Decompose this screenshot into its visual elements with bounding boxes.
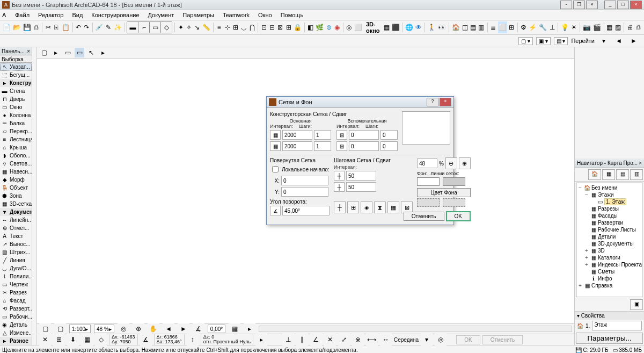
mep2-icon[interactable]: ⚡ bbox=[528, 21, 537, 33]
snap-guide-icon[interactable]: ◎ bbox=[435, 334, 447, 345]
sb-btn-1[interactable]: ▢ bbox=[39, 323, 51, 335]
grid-icon[interactable]: ⊞ bbox=[53, 334, 65, 345]
main-interval-x-input[interactable] bbox=[282, 130, 312, 140]
grid-angle-icon[interactable]: ∡ bbox=[193, 323, 204, 335]
tree-node-[interactable]: ▦Развертки bbox=[577, 219, 641, 226]
snap-ang-icon[interactable]: ∠ bbox=[310, 334, 322, 345]
bim-icon[interactable]: ⊚ bbox=[325, 21, 332, 33]
snap-y-input[interactable] bbox=[346, 182, 376, 192]
copy-icon[interactable]: ⎘ bbox=[53, 21, 60, 33]
3d-icon[interactable]: ⬜ bbox=[354, 21, 363, 33]
scrollbar-h[interactable] bbox=[259, 326, 572, 332]
ie-icon[interactable]: ▥ bbox=[478, 21, 485, 33]
tree-node-[interactable]: ℹИнфо bbox=[577, 275, 641, 282]
snap-mid-drop-icon[interactable]: ▾ bbox=[421, 334, 433, 345]
tool-[interactable]: ↗Вынос... bbox=[0, 240, 32, 248]
adjust-icon[interactable]: ⊞ bbox=[232, 21, 239, 33]
tool-[interactable]: AТекст bbox=[0, 232, 32, 240]
snap-grid-icon[interactable]: ▦ bbox=[81, 334, 93, 345]
plot2-icon[interactable]: 🖨 bbox=[626, 21, 634, 33]
snap-bis-icon[interactable]: ✕ bbox=[324, 334, 336, 345]
dialog-close-button[interactable]: × bbox=[440, 98, 451, 106]
show-sel-icon[interactable]: ◎ bbox=[346, 21, 353, 33]
fillet-icon[interactable]: ◡ bbox=[240, 21, 247, 33]
tool-[interactable]: ◉Деталь bbox=[0, 321, 32, 329]
render-icon[interactable]: ⬜ bbox=[498, 21, 507, 33]
walls-single-icon[interactable]: ▬ bbox=[127, 22, 138, 33]
tool-[interactable]: ⌂Фасад bbox=[0, 297, 32, 305]
nav-tab-publisher[interactable]: ▥ bbox=[630, 169, 643, 180]
tree-node-1[interactable]: ▭1. Этаж bbox=[577, 198, 641, 205]
tree-node-[interactable]: ▦Рабочие Листы bbox=[577, 226, 641, 233]
trim-icon[interactable]: ≡ bbox=[216, 21, 223, 33]
3d-doc-icon[interactable]: ▦ bbox=[383, 21, 390, 33]
orbit-icon[interactable]: 🌐 bbox=[405, 21, 414, 33]
trace-icon[interactable]: ◧ bbox=[307, 21, 314, 33]
split-icon[interactable]: ⊹ bbox=[224, 21, 231, 33]
tree-node-[interactable]: −🏠Без имени bbox=[577, 184, 641, 191]
tool-[interactable]: ▱Перекр... bbox=[0, 127, 32, 135]
tool-[interactable]: ▨Штрих... bbox=[0, 248, 32, 256]
origin-y-input[interactable] bbox=[281, 187, 328, 197]
grid-rot-button[interactable]: ◈ bbox=[361, 201, 372, 213]
grid-angle-button[interactable]: ⧗ bbox=[374, 201, 386, 213]
app-menu-icon[interactable]: A bbox=[2, 12, 9, 18]
undo-icon[interactable]: ↶ bbox=[75, 21, 82, 33]
grid-snap-button[interactable]: ▦ bbox=[387, 201, 399, 213]
tool-[interactable]: ▭Рабочи... bbox=[0, 313, 32, 321]
pan-icon[interactable]: ✋ bbox=[148, 323, 159, 335]
tool-3d[interactable]: ▦3D-сетка bbox=[0, 200, 32, 208]
measure-icon[interactable]: 📏 bbox=[202, 21, 211, 33]
walls-chain-icon[interactable]: ⌐ bbox=[138, 22, 150, 33]
cut-icon[interactable]: ✂ bbox=[45, 21, 52, 33]
snap-para-icon[interactable]: ∥ bbox=[296, 334, 308, 345]
tool-[interactable]: ⬢Зона bbox=[0, 192, 32, 200]
redo-icon[interactable]: ↷ bbox=[83, 21, 90, 33]
menu-document[interactable]: Документ bbox=[146, 11, 177, 19]
tool-[interactable]: ⟲Разверт... bbox=[0, 305, 32, 313]
menu-teamwork[interactable]: Teamwork bbox=[221, 11, 252, 19]
walk-icon[interactable]: 🚶 bbox=[427, 21, 436, 33]
aux-swatch-2[interactable] bbox=[443, 198, 465, 207]
menu-window[interactable]: Окно bbox=[256, 11, 274, 19]
tool-[interactable]: ◗Оболо... bbox=[0, 152, 32, 160]
tab-btn-5[interactable]: ↖ bbox=[86, 48, 96, 57]
mep3-icon[interactable]: 🔧 bbox=[538, 21, 547, 33]
grid-on-button[interactable]: ⊞ bbox=[347, 201, 359, 213]
mvo-icon[interactable]: ⊞ bbox=[508, 21, 515, 33]
tab-btn-3[interactable]: ▭ bbox=[63, 48, 72, 57]
menu-file[interactable]: Файл bbox=[13, 11, 32, 19]
tree-node-3d[interactable]: +▦3D bbox=[577, 247, 641, 254]
tool-[interactable]: ▾Документир bbox=[0, 208, 32, 216]
menu-options[interactable]: Параметры bbox=[180, 11, 216, 19]
tree-node-[interactable]: +▦Справка bbox=[577, 282, 641, 289]
zoom-prev-icon[interactable]: ◄ bbox=[163, 323, 174, 335]
sb-opt2-icon[interactable]: ▸ bbox=[244, 323, 255, 335]
coord-polar-icon[interactable]: ∡ bbox=[140, 334, 152, 345]
aux-steps-x-input[interactable] bbox=[380, 130, 398, 140]
tool-[interactable]: 🪑Объект bbox=[0, 184, 32, 192]
menu-view[interactable]: Вид bbox=[70, 11, 85, 19]
grid-off-button[interactable]: ┼ bbox=[334, 201, 346, 213]
aux-interval-x-input[interactable] bbox=[349, 130, 379, 140]
nav-fwd-icon[interactable]: ► bbox=[628, 35, 640, 47]
tab-btn-2[interactable]: ▸ bbox=[51, 48, 61, 57]
pick-icon[interactable]: 💉 bbox=[94, 21, 104, 33]
tool-[interactable]: ◡Дуга/О... bbox=[0, 264, 32, 272]
bg-color-swatch[interactable] bbox=[417, 177, 440, 186]
tool-[interactable]: ≡Лестница bbox=[0, 135, 32, 143]
marker-icon[interactable]: ◉ bbox=[334, 21, 341, 33]
tool-[interactable]: ⌇Полили... bbox=[0, 272, 32, 280]
tree-node-[interactable]: ▦Сметы bbox=[577, 268, 641, 275]
aux-steps-y-input[interactable] bbox=[380, 141, 398, 151]
ruler-icon[interactable]: ↘ bbox=[194, 21, 201, 33]
snap-icon[interactable]: ✦ bbox=[177, 21, 184, 33]
zoom-in-button[interactable]: ⊕ bbox=[459, 157, 471, 169]
doc-close-button[interactable]: × bbox=[586, 1, 598, 9]
gridline-color-swatch[interactable] bbox=[443, 177, 465, 186]
tool-[interactable]: ◆Морф bbox=[0, 176, 32, 184]
main-interval-y-input[interactable] bbox=[282, 141, 312, 151]
minimize-button[interactable]: _ bbox=[604, 1, 616, 9]
nav-tab-layout[interactable]: ▤ bbox=[616, 169, 629, 180]
main-steps-x-input[interactable] bbox=[314, 130, 331, 140]
